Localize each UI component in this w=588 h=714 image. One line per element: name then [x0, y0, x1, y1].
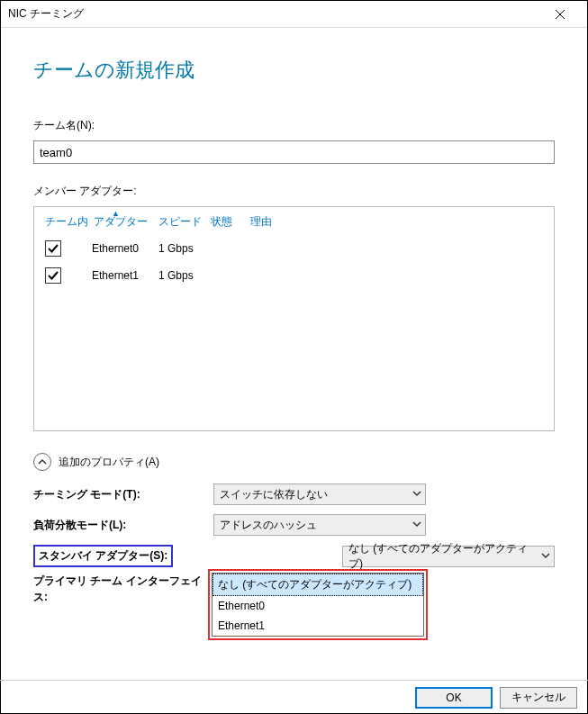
- chevron-down-icon: [541, 550, 550, 563]
- teaming-mode-value: スイッチに依存しない: [220, 487, 328, 502]
- additional-properties-label: 追加のプロパティ(A): [59, 455, 159, 470]
- load-balance-value: アドレスのハッシュ: [220, 518, 317, 533]
- teaming-mode-label: チーミング モード(T):: [33, 487, 213, 502]
- adapter-list: チーム内 ▲ アダプター スピード 状態 理由 Ethernet0 1 Gbps…: [33, 206, 555, 431]
- additional-properties-toggle[interactable]: 追加のプロパティ(A): [33, 453, 555, 471]
- col-state[interactable]: 状態: [211, 214, 250, 230]
- teaming-mode-dropdown[interactable]: スイッチに依存しない: [213, 484, 426, 505]
- col-adapter[interactable]: ▲ アダプター: [94, 214, 158, 230]
- window-title: NIC チーミング: [8, 6, 84, 22]
- load-balance-label: 負荷分散モード(L):: [33, 518, 213, 533]
- adapter-name: Ethernet0: [92, 242, 158, 255]
- dialog-content: チームの新規作成 チーム名(N): メンバー アダプター: チーム内 ▲ アダプ…: [1, 28, 587, 605]
- adapter-checkbox[interactable]: [45, 240, 61, 257]
- standby-adapter-value: なし (すべてのアダプターがアクティブ): [348, 541, 541, 572]
- dialog-footer: OK キャンセル: [0, 680, 588, 714]
- standby-option[interactable]: Ethernet0: [213, 596, 423, 616]
- chevron-up-icon: [33, 453, 51, 471]
- standby-option[interactable]: なし (すべてのアダプターがアクティブ): [213, 574, 423, 596]
- primary-interface-label: プライマリ チーム インターフェイス:: [33, 573, 213, 605]
- checkmark-icon: [47, 242, 59, 255]
- sort-arrow-icon: ▲: [112, 209, 120, 218]
- chevron-down-icon: [412, 519, 421, 531]
- standby-adapter-dropdown[interactable]: なし (すべてのアダプターがアクティブ): [342, 546, 555, 567]
- team-name-label: チーム名(N):: [33, 118, 555, 133]
- titlebar: NIC チーミング: [1, 1, 587, 28]
- adapter-list-header: チーム内 ▲ アダプター スピード 状態 理由: [34, 207, 554, 235]
- checkmark-icon: [47, 269, 59, 282]
- member-adapters-label: メンバー アダプター:: [33, 184, 555, 199]
- col-reason[interactable]: 理由: [250, 214, 290, 230]
- adapter-checkbox[interactable]: [45, 267, 61, 284]
- page-heading: チームの新規作成: [33, 57, 555, 84]
- load-balance-dropdown[interactable]: アドレスのハッシュ: [213, 514, 426, 536]
- adapter-row[interactable]: Ethernet0 1 Gbps: [34, 235, 554, 262]
- team-name-input[interactable]: [33, 140, 555, 164]
- chevron-down-icon: [412, 488, 421, 501]
- standby-adapter-label: スタンバイ アダプター(S):: [33, 545, 173, 567]
- load-balance-row: 負荷分散モード(L): アドレスのハッシュ: [33, 514, 555, 536]
- col-speed[interactable]: スピード: [158, 214, 211, 230]
- adapter-row[interactable]: Ethernet1 1 Gbps: [34, 262, 554, 289]
- teaming-mode-row: チーミング モード(T): スイッチに依存しない: [33, 484, 555, 505]
- standby-adapter-row: スタンバイ アダプター(S): なし (すべてのアダプターがアクティブ): [33, 545, 555, 567]
- close-button[interactable]: [542, 2, 578, 27]
- col-team[interactable]: チーム内: [45, 214, 94, 230]
- adapter-speed: 1 Gbps: [158, 269, 194, 282]
- standby-adapter-options: なし (すべてのアダプターがアクティブ) Ethernet0 Ethernet1: [208, 569, 428, 640]
- close-icon: [555, 9, 565, 20]
- adapter-name: Ethernet1: [92, 269, 158, 282]
- adapter-speed: 1 Gbps: [158, 242, 194, 255]
- standby-option[interactable]: Ethernet1: [213, 616, 423, 636]
- ok-button[interactable]: OK: [415, 687, 493, 709]
- cancel-button[interactable]: キャンセル: [500, 687, 577, 709]
